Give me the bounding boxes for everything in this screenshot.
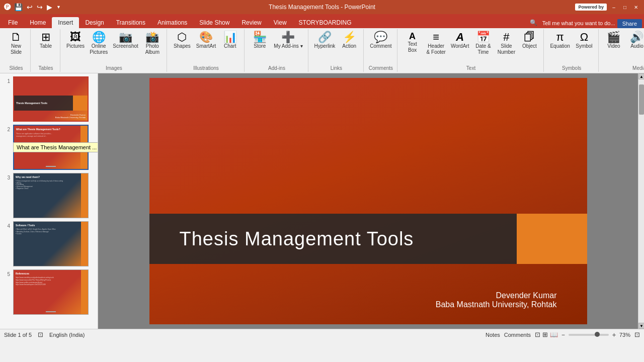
date-time-icon: 📅: [476, 32, 490, 43]
reading-view-btn[interactable]: 📖: [550, 331, 558, 338]
textbox-button[interactable]: A TextBox: [401, 30, 424, 55]
screenshot-button[interactable]: 📷 Screenshot: [111, 30, 140, 51]
slide-sorter-btn[interactable]: ⊞: [542, 331, 548, 338]
main-slide-title: Thesis Management Tools: [180, 228, 414, 250]
tab-design[interactable]: Design: [79, 17, 110, 28]
comments-group-label: Comments: [368, 64, 393, 72]
main-slide-background: Thesis Management Tools Devender Kumar B…: [149, 78, 587, 324]
online-pictures-icon: 🌐: [92, 32, 106, 43]
ribbon-group-media: 🎬 Video 🔊 Audio ⏺ ScreenRecording Media: [600, 29, 644, 72]
illustrations-group-label: Illustrations: [171, 64, 241, 72]
slide-num-3: 3: [3, 173, 10, 180]
comments-btn[interactable]: Comments: [504, 332, 531, 338]
symbol-button[interactable]: Ω Symbol: [573, 30, 595, 51]
pictures-button[interactable]: 🖼 Pictures: [64, 30, 87, 51]
redo-qa[interactable]: ↪: [36, 3, 44, 11]
audio-button[interactable]: 🔊 Audio: [626, 30, 644, 51]
ribbon-group-images: 🖼 Pictures 🌐 OnlinePictures 📷 Screenshot…: [61, 29, 167, 72]
zoom-thumb[interactable]: [595, 332, 600, 337]
addins-group-label: Add-ins: [249, 64, 304, 72]
ribbon-group-tables: ⊞ Table Tables: [32, 29, 60, 72]
zoom-in-btn[interactable]: ＋: [611, 330, 617, 339]
zoom-slider[interactable]: [569, 334, 609, 336]
restore-btn[interactable]: □: [621, 3, 629, 11]
save-qa[interactable]: 💾: [13, 3, 24, 11]
tab-transitions[interactable]: Transitions: [110, 17, 151, 28]
photo-album-button[interactable]: 📸 PhotoAlbum: [141, 30, 164, 57]
slide-num-2: 2: [3, 125, 10, 132]
scroll-down-btn[interactable]: ▼: [638, 323, 644, 329]
close-btn[interactable]: ✕: [632, 3, 640, 11]
slide-image-5[interactable]: References https://www.mendeley.com/guid…: [13, 269, 89, 315]
video-button[interactable]: 🎬 Video: [603, 30, 625, 51]
share-button[interactable]: Share: [617, 19, 642, 28]
wordart-button[interactable]: A WordArt: [449, 30, 471, 51]
slide-num-4: 4: [3, 221, 10, 229]
slide-image-1[interactable]: Thesis Management Tools Devender Kumar B…: [13, 76, 89, 122]
shapes-icon: ⬡: [177, 32, 187, 43]
tab-animations[interactable]: Animations: [151, 17, 193, 28]
tab-home[interactable]: Home: [24, 17, 52, 28]
ribbon-group-symbols: π Equation Ω Symbol Symbols: [545, 29, 598, 72]
store-button[interactable]: 🏪 Store: [249, 30, 271, 51]
notes-btn[interactable]: Notes: [486, 332, 500, 338]
new-slide-button[interactable]: 🗋 NewSlide: [5, 30, 27, 57]
online-pictures-button[interactable]: 🌐 OnlinePictures: [88, 30, 110, 57]
quick-access-area: 🅟 💾 ↩ ↪ ▶ ▼: [4, 3, 62, 11]
tab-review[interactable]: Review: [235, 17, 267, 28]
ribbon-group-addins: 🏪 Store ➕ My Add-ins ▾ Add-ins: [246, 29, 308, 72]
symbols-group-label: Symbols: [548, 64, 595, 72]
my-addins-button[interactable]: ➕ My Add-ins ▾: [272, 30, 304, 51]
present-qa[interactable]: ▶: [46, 3, 53, 11]
tab-storyboarding[interactable]: STORYBOARDING: [293, 17, 358, 28]
zoom-level: 73%: [619, 332, 630, 338]
video-icon: 🎬: [607, 32, 620, 43]
equation-button[interactable]: π Equation: [548, 30, 572, 51]
main-slide-university: Baba Mastnath University, Rohtak: [436, 300, 557, 309]
tab-slideshow[interactable]: Slide Show: [193, 17, 235, 28]
slide-image-3[interactable]: Why we need them? • Thesis management to…: [13, 173, 89, 218]
action-icon: ⚡: [343, 32, 356, 43]
normal-view-btn[interactable]: ⊡: [535, 331, 540, 338]
fit-slide-btn[interactable]: ⊡: [634, 331, 640, 338]
chart-button[interactable]: 📊 Chart: [219, 30, 241, 51]
undo-qa[interactable]: ↩: [26, 3, 34, 11]
slide-thumb-1[interactable]: 1 Thesis Management Tools Devender Kumar…: [3, 76, 95, 122]
my-addins-icon: ➕: [281, 32, 295, 43]
object-button[interactable]: 🗍 Object: [518, 30, 540, 51]
slide-thumb-5[interactable]: 5 References https://www.mendeley.com/gu…: [3, 269, 95, 315]
hyperlink-button[interactable]: 🔗 Hyperlink: [312, 30, 338, 51]
vertical-scrollbar[interactable]: ▲ ▼: [638, 73, 644, 329]
text-group-label: Text: [401, 64, 541, 72]
comment-button[interactable]: 💬 Comment: [368, 30, 393, 51]
slide-thumb-2[interactable]: 2 What are Thesis Management Tools? Thes…: [3, 125, 95, 170]
fit-to-window-icon[interactable]: ⊡: [38, 331, 43, 338]
status-left: Slide 1 of 5 ⊡ English (India): [4, 331, 85, 338]
date-time-button[interactable]: 📅 Date &Time: [472, 30, 494, 57]
tab-insert[interactable]: Insert: [52, 17, 79, 28]
customize-qa[interactable]: ▼: [55, 5, 62, 10]
tab-file[interactable]: File: [2, 17, 24, 28]
main-area: 1 Thesis Management Tools Devender Kumar…: [0, 73, 644, 329]
slide-image-4[interactable]: Software / Tools • Microsoft Word, LaTeX…: [13, 221, 89, 266]
equation-icon: π: [556, 32, 564, 43]
shapes-button[interactable]: ⬡ Shapes: [171, 30, 193, 51]
table-button[interactable]: ⊞ Table: [35, 30, 57, 51]
scroll-up-btn[interactable]: ▲: [638, 73, 644, 79]
canvas-area[interactable]: Thesis Management Tools Devender Kumar B…: [98, 73, 638, 329]
ribbon-group-text: A TextBox ≡ Header& Footer A WordArt 📅 D…: [398, 29, 544, 72]
slide-thumb-3[interactable]: 3 Why we need them? • Thesis management …: [3, 173, 95, 218]
slides-group-label: Slides: [5, 64, 27, 72]
slide-panel: 1 Thesis Management Tools Devender Kumar…: [0, 73, 98, 329]
tab-view[interactable]: View: [268, 17, 293, 28]
slide-number-icon: #: [503, 32, 509, 43]
photo-album-icon: 📸: [145, 32, 159, 43]
action-button[interactable]: ⚡ Action: [338, 30, 360, 51]
header-footer-button[interactable]: ≡ Header& Footer: [425, 30, 448, 57]
zoom-out-btn[interactable]: －: [560, 330, 567, 339]
slide-thumb-4[interactable]: 4 Software / Tools • Microsoft Word, LaT…: [3, 221, 95, 266]
minimize-btn[interactable]: –: [610, 3, 618, 11]
smartart-button[interactable]: 🎨 SmartArt: [194, 30, 218, 51]
scroll-thumb[interactable]: [639, 84, 644, 115]
slide-number-button[interactable]: # SlideNumber: [495, 30, 517, 57]
